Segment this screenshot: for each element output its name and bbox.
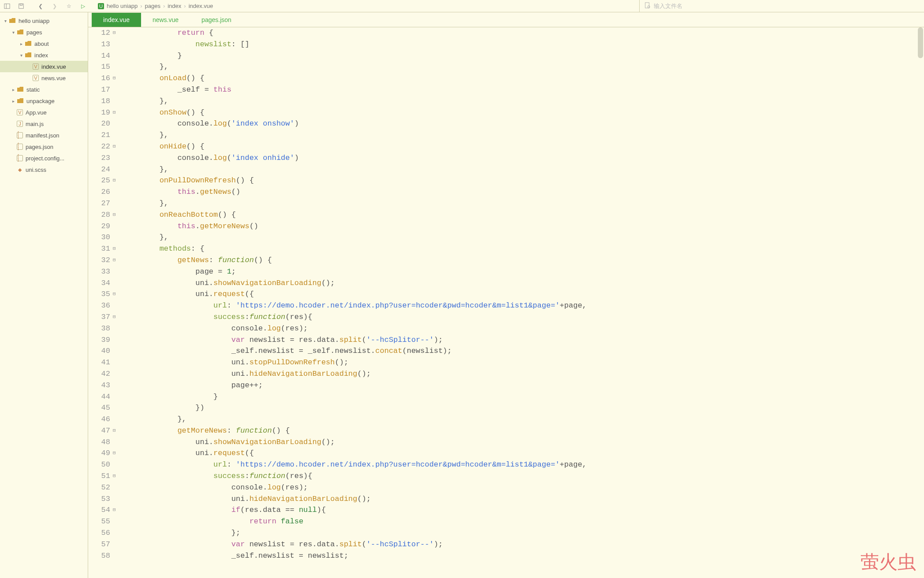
code-line[interactable]: onPullDownRefresh() { <box>119 175 587 186</box>
code-line[interactable]: onLoad() { <box>119 73 587 84</box>
code-line[interactable]: url: 'https://demo.hcoder.net/index.php?… <box>119 300 587 311</box>
editor-tab[interactable]: index.vue <box>92 13 141 27</box>
star-icon[interactable]: ☆ <box>64 2 73 11</box>
code-line[interactable]: if(res.data == null){ <box>119 504 587 516</box>
code-line[interactable]: }, <box>119 164 587 175</box>
tree-item[interactable]: Vindex.vue <box>0 61 88 72</box>
tree-item[interactable]: ▸about <box>0 38 88 49</box>
forward-icon[interactable]: ❯ <box>50 2 59 11</box>
fold-icon[interactable]: ⊟ <box>113 175 119 186</box>
code-line[interactable]: getMoreNews: function() { <box>119 425 587 437</box>
breadcrumb-seg[interactable]: hello uniapp <box>107 3 138 9</box>
panel-toggle-icon[interactable] <box>3 2 11 11</box>
editor-tab[interactable]: pages.json <box>190 13 243 27</box>
code-line[interactable]: uni.request({ <box>119 289 587 300</box>
tree-item[interactable]: ◆uni.scss <box>0 164 88 175</box>
code-line[interactable]: }, <box>119 414 587 425</box>
code-line[interactable]: onShow() { <box>119 107 587 119</box>
code-line[interactable]: url: 'https://demo.hcoder.net/index.php?… <box>119 459 587 471</box>
code-line[interactable]: uni.hideNavigationBarLoading(); <box>119 493 587 505</box>
fold-icon[interactable]: ⊟ <box>113 107 119 119</box>
code-line[interactable]: success:function(res){ <box>119 471 587 482</box>
breadcrumb-seg[interactable]: index <box>168 3 181 9</box>
code-line[interactable]: uni.stopPullDownRefresh(); <box>119 357 587 368</box>
code-line[interactable]: var newslist = res.data.split('--hcSplit… <box>119 539 587 550</box>
code-line[interactable]: }, <box>119 232 587 243</box>
fold-icon[interactable]: ⊟ <box>113 255 119 266</box>
tree-caret-icon[interactable]: ▸ <box>11 87 16 92</box>
code-line[interactable]: uni.showNavigationBarLoading(); <box>119 437 587 448</box>
code-line[interactable]: return { <box>119 27 587 39</box>
code-line[interactable]: page++; <box>119 380 587 391</box>
tree-item[interactable]: VApp.vue <box>0 107 88 118</box>
fold-icon[interactable]: ⊟ <box>113 27 119 39</box>
code-line[interactable]: this.getMoreNews() <box>119 221 587 232</box>
code-line[interactable]: methods: { <box>119 243 587 255</box>
fold-icon[interactable]: ⊟ <box>113 73 119 84</box>
code-line[interactable]: newslist: [] <box>119 39 587 50</box>
code-line[interactable]: this.getNews() <box>119 186 587 198</box>
code-line[interactable]: _self.newslist = newslist; <box>119 550 587 562</box>
tree-item[interactable]: ▾pages <box>0 26 88 38</box>
code-editor[interactable]: 12⊟ return {13 newslist: []14 }15 },16⊟ … <box>88 27 924 578</box>
filename-input[interactable] <box>654 3 830 9</box>
tree-item[interactable]: Jmain.js <box>0 118 88 130</box>
tree-caret-icon[interactable]: ▸ <box>19 41 24 46</box>
code-line[interactable]: var newslist = res.data.split('--hcSplit… <box>119 334 587 346</box>
back-icon[interactable]: ❮ <box>36 2 45 11</box>
save-icon[interactable] <box>17 2 26 11</box>
code-line[interactable]: }, <box>119 198 587 209</box>
code-line[interactable]: success:function(res){ <box>119 311 587 323</box>
code-line[interactable]: console.log('index onshow') <box>119 118 587 130</box>
code-line[interactable]: }) <box>119 402 587 414</box>
tree-item[interactable]: ▸static <box>0 84 88 95</box>
code-line[interactable]: console.log(res); <box>119 323 587 334</box>
code-line[interactable]: return false <box>119 516 587 527</box>
run-icon[interactable]: ▷ <box>78 2 87 11</box>
fold-icon[interactable]: ⊟ <box>113 448 119 459</box>
code-line[interactable]: uni.request({ <box>119 448 587 459</box>
code-line[interactable]: }; <box>119 527 587 539</box>
breadcrumb-seg[interactable]: pages <box>145 3 160 9</box>
code-line[interactable]: _self.newslist = _self.newslist.concat(n… <box>119 345 587 357</box>
fold-icon[interactable]: ⊟ <box>113 243 119 255</box>
tree-caret-icon[interactable]: ▾ <box>19 53 24 58</box>
tree-item[interactable]: Vnews.vue <box>0 72 88 84</box>
fold-icon[interactable]: ⊟ <box>113 141 119 152</box>
code-line[interactable]: getNews: function() { <box>119 255 587 266</box>
code-line[interactable]: onHide() { <box>119 141 587 152</box>
fold-icon[interactable]: ⊟ <box>113 504 119 516</box>
fold-icon[interactable]: ⊟ <box>113 471 119 482</box>
tree-item[interactable]: [ ]manifest.json <box>0 130 88 141</box>
code-line[interactable]: } <box>119 391 587 403</box>
code-line[interactable]: console.log(res); <box>119 482 587 493</box>
editor-tab[interactable]: news.vue <box>141 13 190 27</box>
file-tree[interactable]: ▾hello uniapp▾pages▸about▾indexVindex.vu… <box>0 12 88 578</box>
code-line[interactable]: console.log('index onhide') <box>119 152 587 164</box>
fold-icon[interactable]: ⊟ <box>113 289 119 300</box>
breadcrumb-seg[interactable]: index.vue <box>189 3 213 9</box>
code-line[interactable]: _self = this <box>119 84 587 96</box>
tree-item[interactable]: ▾index <box>0 49 88 61</box>
fold-icon[interactable]: ⊟ <box>113 425 119 437</box>
tree-item[interactable]: ▸unpackage <box>0 95 88 107</box>
tree-item[interactable]: [ ]pages.json <box>0 141 88 152</box>
code-line[interactable]: }, <box>119 61 587 73</box>
tree-item[interactable]: [ ]project.config... <box>0 152 88 164</box>
code-line[interactable]: uni.hideNavigationBarLoading(); <box>119 368 587 380</box>
fold-icon[interactable]: ⊟ <box>113 209 119 221</box>
code-line[interactable]: uni.showNavigationBarLoading(); <box>119 278 587 289</box>
tree-caret-icon[interactable]: ▾ <box>11 30 16 35</box>
scrollbar-thumb[interactable] <box>918 27 923 58</box>
folder-icon <box>9 17 16 24</box>
code-line[interactable]: onReachBottom() { <box>119 209 587 221</box>
code-line[interactable]: }, <box>119 130 587 141</box>
line-number: 23 <box>88 152 113 164</box>
fold-icon[interactable]: ⊟ <box>113 311 119 323</box>
tree-caret-icon[interactable]: ▸ <box>11 99 16 104</box>
tree-caret-icon[interactable]: ▾ <box>3 19 8 23</box>
code-line[interactable]: page = 1; <box>119 266 587 278</box>
code-line[interactable]: } <box>119 50 587 62</box>
tree-item[interactable]: ▾hello uniapp <box>0 15 88 26</box>
code-line[interactable]: }, <box>119 96 587 107</box>
